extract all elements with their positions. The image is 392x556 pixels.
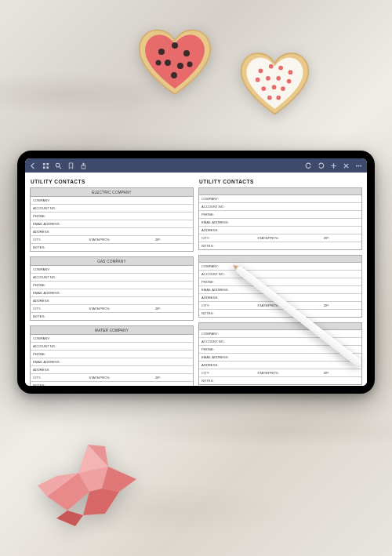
card-blank-3: COMPANY: ACCOUNT NO.: PHONE: EMAIL ADDRE… [198, 322, 362, 385]
svg-point-13 [266, 76, 270, 81]
document-area: UTILITY CONTACTS ELECTRIC COMPANY COMPAN… [25, 173, 367, 386]
label-city: CITY: [33, 238, 41, 242]
svg-point-34 [360, 165, 361, 166]
svg-point-17 [272, 85, 277, 89]
tablet-device: UTILITY CONTACTS ELECTRIC COMPANY COMPAN… [17, 151, 375, 394]
svg-rect-23 [43, 166, 45, 169]
svg-point-12 [256, 78, 260, 82]
svg-point-4 [177, 63, 183, 69]
svg-point-19 [267, 96, 272, 100]
label-account: ACCOUNT NO.: [33, 206, 56, 210]
svg-point-15 [287, 79, 292, 84]
svg-point-7 [187, 62, 193, 67]
close-icon[interactable] [343, 162, 350, 169]
svg-point-18 [281, 86, 285, 91]
page-title: UTILITY CONTACTS [199, 179, 362, 184]
svg-rect-21 [43, 162, 45, 165]
svg-point-32 [356, 165, 358, 166]
card-water: WATER COMPANY COMPANY: ACCOUNT NO.: PHON… [30, 325, 194, 386]
app-toolbar [25, 158, 367, 173]
svg-point-33 [358, 165, 360, 166]
svg-rect-24 [46, 166, 49, 169]
card-header [199, 323, 361, 330]
more-icon[interactable] [355, 162, 362, 169]
card-header [199, 188, 361, 195]
tablet-screen: UTILITY CONTACTS ELECTRIC COMPANY COMPAN… [25, 158, 367, 386]
grid-icon[interactable] [42, 162, 49, 169]
svg-point-14 [276, 76, 281, 81]
back-icon[interactable] [30, 162, 37, 169]
svg-marker-41 [56, 511, 83, 526]
search-icon[interactable] [55, 162, 62, 169]
svg-point-20 [276, 96, 281, 100]
svg-rect-22 [46, 162, 49, 165]
card-blank-2: COMPANY: ACCOUNT NO.: PHONE: EMAIL ADDRE… [198, 255, 362, 318]
bookmark-icon[interactable] [67, 162, 74, 169]
svg-point-5 [171, 72, 177, 78]
svg-point-25 [56, 163, 60, 167]
label-email: EMAIL ADDRESS: [33, 222, 60, 226]
redo-icon[interactable] [318, 162, 325, 169]
card-header: ELECTRIC COMPANY [31, 188, 193, 197]
origami-bird [33, 435, 151, 529]
add-icon[interactable] [330, 162, 337, 169]
card-gas: GAS COMPANY COMPANY: ACCOUNT NO.: PHONE:… [30, 256, 194, 321]
page-right: UTILITY CONTACTS COMPANY: ACCOUNT NO.: P… [198, 177, 362, 386]
card-header: WATER COMPANY [31, 326, 193, 335]
card-header [199, 256, 361, 263]
svg-point-8 [259, 68, 263, 73]
card-header: GAS COMPANY [31, 257, 193, 266]
svg-point-0 [158, 49, 165, 55]
label-notes: NOTES: [33, 245, 45, 249]
svg-point-10 [278, 66, 283, 71]
label-company: COMPANY: [33, 198, 50, 202]
svg-line-26 [60, 166, 62, 169]
svg-point-2 [183, 50, 190, 56]
undo-icon[interactable] [305, 162, 312, 169]
svg-point-9 [269, 64, 274, 69]
svg-point-3 [165, 60, 171, 66]
cookie-heart-white [234, 45, 316, 120]
svg-point-1 [172, 42, 178, 49]
label-phone: PHONE: [33, 214, 45, 218]
svg-marker-38 [83, 489, 119, 515]
svg-point-11 [289, 70, 293, 74]
card-blank-1: COMPANY: ACCOUNT NO.: PHONE: EMAIL ADDRE… [198, 187, 362, 250]
svg-point-6 [156, 60, 162, 66]
page-title: UTILITY CONTACTS [31, 179, 194, 184]
card-electric: ELECTRIC COMPANY COMPANY: ACCOUNT NO.: P… [30, 187, 194, 252]
label-zip: ZIP: [155, 238, 162, 242]
svg-point-16 [261, 86, 266, 91]
label-address: ADDRESS: [33, 230, 49, 234]
label-state: STATE/PROV.: [89, 238, 111, 242]
cookie-heart-red [132, 22, 218, 100]
page-left: UTILITY CONTACTS ELECTRIC COMPANY COMPAN… [30, 177, 194, 386]
share-icon[interactable] [80, 162, 87, 169]
